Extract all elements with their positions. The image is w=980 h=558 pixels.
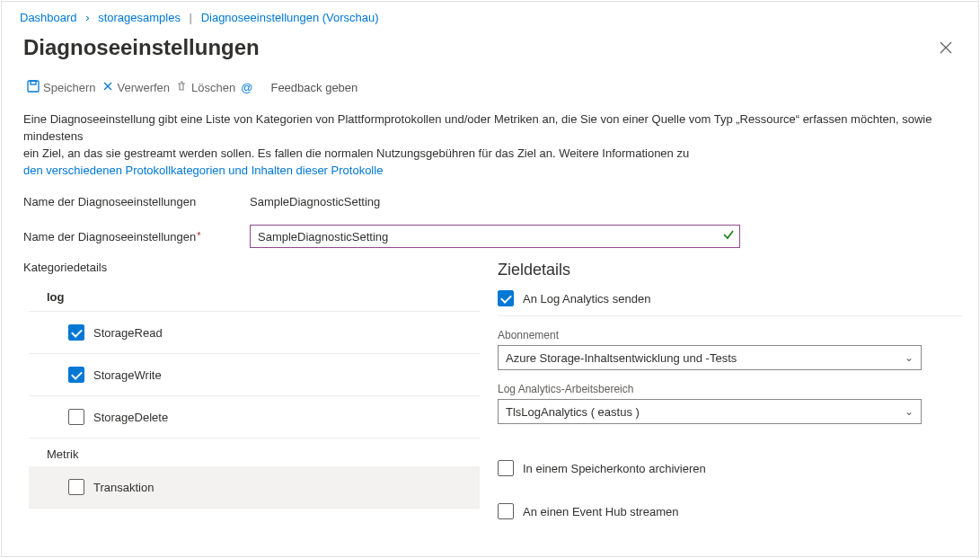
desc-line2: ein Ziel, an das sie gestreamt werden so… — [23, 146, 689, 160]
send-log-analytics-checkbox[interactable] — [498, 290, 514, 306]
transaction-label: Transaktion — [93, 481, 154, 494]
log-group-header: log — [29, 283, 480, 312]
diagnostic-name-input[interactable] — [250, 225, 740, 248]
save-label: Speichern — [43, 81, 96, 94]
archive-storage-label: In einem Speicherkonto archivieren — [523, 462, 706, 475]
description: Eine Diagnoseeinstellung gibt eine Liste… — [2, 106, 978, 179]
name-value-display: SampleDiagnosticSetting — [250, 195, 380, 208]
stream-eventhub-row[interactable]: An einen Event Hub streamen — [498, 503, 962, 519]
save-icon — [27, 80, 40, 95]
name-label-display: Name der Diagnoseeinstellungen — [23, 195, 250, 208]
chevron-right-icon: › — [80, 11, 94, 24]
workspace-value: TlsLogAnalytics ( eastus ) — [506, 405, 640, 419]
breadcrumb-dashboard[interactable]: Dashboard — [20, 11, 77, 24]
at-icon: @ — [241, 81, 252, 94]
log-storagedelete-row[interactable]: StorageDelete — [29, 396, 480, 438]
close-button[interactable] — [931, 33, 960, 62]
separator-pipe: | — [184, 11, 198, 24]
storagewrite-label: StorageWrite — [93, 368, 162, 382]
trash-icon — [175, 80, 188, 95]
metric-group-header: Metrik — [29, 438, 480, 466]
log-storagewrite-row[interactable]: StorageWrite — [29, 354, 480, 396]
desc-line1: Eine Diagnoseeinstellung gibt eine Liste… — [23, 112, 931, 143]
subscription-label: Abonnement — [498, 329, 962, 341]
chevron-down-icon: ⌄ — [905, 405, 914, 418]
transaction-checkbox[interactable] — [68, 479, 84, 495]
validation-check-icon — [722, 228, 735, 244]
discard-button[interactable]: Verwerfen — [100, 78, 172, 97]
breadcrumb: Dashboard › storagesamples | Diagnoseein… — [2, 2, 978, 30]
category-details-title: Kategoriedetails — [23, 261, 480, 274]
metric-transaction-row[interactable]: Transaktion — [29, 466, 480, 509]
log-storageread-row[interactable]: StorageRead — [29, 312, 480, 354]
save-button[interactable]: Speichern — [25, 78, 98, 97]
workspace-label: Log Analytics-Arbeitsbereich — [498, 383, 962, 395]
storageread-checkbox[interactable] — [68, 324, 84, 341]
close-icon — [940, 41, 952, 54]
workspace-select[interactable]: TlsLogAnalytics ( eastus ) ⌄ — [498, 399, 922, 424]
toolbar: Speichern Verwerfen Löschen @ Feedback g… — [2, 73, 978, 106]
desc-link[interactable]: den verschiedenen Protokollkategorien un… — [23, 164, 383, 177]
storagewrite-checkbox[interactable] — [68, 367, 84, 383]
storagedelete-label: StorageDelete — [93, 411, 168, 424]
storageread-label: StorageRead — [93, 326, 163, 340]
subscription-value: Azure Storage-Inhaltsentwicklung und -Te… — [506, 351, 737, 365]
storagedelete-checkbox[interactable] — [68, 409, 84, 425]
delete-label: Löschen — [191, 81, 235, 94]
archive-storage-row[interactable]: In einem Speicherkonto archivieren — [498, 460, 962, 476]
archive-storage-checkbox[interactable] — [498, 460, 514, 476]
send-log-analytics-label: An Log Analytics senden — [523, 292, 650, 306]
svg-rect-1 — [31, 81, 36, 84]
stream-eventhub-checkbox[interactable] — [498, 503, 514, 519]
svg-rect-0 — [28, 81, 39, 92]
breadcrumb-resource[interactable]: storagesamples — [98, 11, 181, 24]
discard-icon — [102, 80, 114, 95]
stream-eventhub-label: An einen Event Hub streamen — [523, 505, 678, 518]
discard-label: Verwerfen — [118, 81, 171, 94]
breadcrumb-current: Diagnoseeinstellungen (Vorschau) — [201, 11, 379, 24]
feedback-button[interactable]: Feedback geben — [270, 81, 358, 94]
destination-details-title: Zieldetails — [498, 261, 962, 279]
delete-button[interactable]: Löschen — [173, 78, 237, 97]
name-label-input: Name der Diagnoseeinstellungen* — [23, 230, 250, 244]
subscription-select[interactable]: Azure Storage-Inhaltsentwicklung und -Te… — [498, 345, 922, 370]
page-title: Diagnoseeinstellungen — [23, 35, 260, 60]
chevron-down-icon: ⌄ — [905, 351, 914, 364]
